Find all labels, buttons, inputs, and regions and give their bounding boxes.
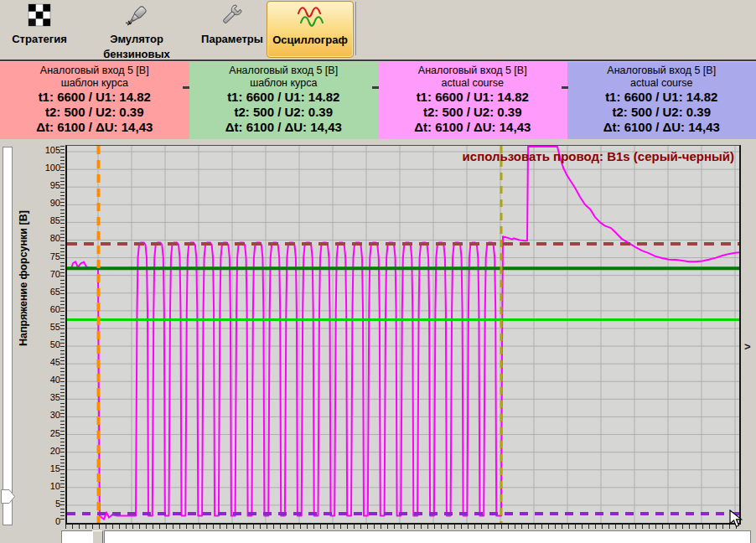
y-tick-label: 35 — [0, 392, 60, 403]
panel-subtitle: actual course — [567, 77, 756, 90]
y-tick-label: 45 — [0, 357, 60, 368]
panel-splitter-grip[interactable] — [372, 86, 379, 89]
panel-actual-2: Аналоговый вход 5 [В] actual course t1: … — [567, 62, 756, 139]
x-scroll-value-box[interactable] — [61, 530, 93, 543]
panel-template-1: Аналоговый вход 5 [В] шаблон курса t1: 6… — [0, 62, 189, 139]
y-tick-label: 25 — [0, 428, 60, 439]
y-tick-label: 10 — [0, 481, 60, 492]
panel-splitter-grip[interactable] — [183, 86, 189, 89]
oscilloscope-waves-icon — [267, 4, 353, 31]
injector-voltage-waveform — [67, 147, 739, 520]
y-tick-label: 0 — [0, 516, 60, 527]
panel-title: Аналоговый вход 5 [В] — [567, 65, 756, 77]
y-axis-minor-ticks — [60, 146, 65, 521]
parameters-button-label: Параметры — [201, 33, 263, 45]
panel-t1-u1: t1: 6600 / U1: 14.82 — [0, 90, 189, 105]
horizontal-scrollbar-thumb[interactable] — [92, 530, 103, 543]
panel-splitter-grip[interactable] — [562, 86, 568, 89]
y-tick-label: 85 — [0, 215, 60, 226]
panel-dt-du: Δt: 6100 / ΔU: 14,43 — [567, 120, 756, 135]
wrench-icon — [198, 3, 267, 30]
panel-t2-u2: t2: 500 / U2: 0.39 — [189, 105, 379, 120]
panel-title: Аналоговый вход 5 [В] — [378, 65, 567, 77]
y-tick-label: 30 — [0, 410, 60, 421]
strategy-button[interactable]: Стратегия — [4, 1, 75, 56]
panel-t2-u2: t2: 500 / U2: 0.39 — [0, 105, 189, 120]
panel-title: Аналоговый вход 5 [В] — [0, 65, 189, 77]
panel-t2-u2: t2: 500 / U2: 0.39 — [378, 105, 567, 120]
oscilloscope-button[interactable]: Осциллограф — [267, 1, 354, 58]
panel-dt-du: Δt: 6100 / ΔU: 14,43 — [0, 120, 189, 135]
y-tick-label: 100 — [0, 163, 60, 173]
horizontal-scrollbar-track[interactable] — [104, 530, 751, 543]
y-tick-label: 55 — [0, 322, 60, 333]
parameters-button[interactable]: Параметры — [198, 1, 267, 56]
oscilloscope-app-window: Стратегия — [0, 0, 756, 543]
measurement-panels: Аналоговый вход 5 [В] шаблон курса t1: 6… — [0, 62, 756, 139]
y-tick-label: 95 — [0, 180, 60, 191]
y-tick-label: 65 — [0, 287, 60, 297]
panel-t1-u1: t1: 6600 / U1: 14.82 — [189, 90, 379, 105]
panel-subtitle: шаблон курса — [189, 77, 379, 90]
toolbar-underline — [0, 59, 756, 61]
x-axis-minor-ticks — [65, 525, 739, 529]
panel-dt-du: Δt: 6100 / ΔU: 14,43 — [378, 120, 567, 135]
y-tick-label: 40 — [0, 375, 60, 385]
checkered-flag-icon — [4, 3, 75, 30]
injector-emulator-button[interactable]: Эмулятор бензиновых форсунок — [77, 1, 196, 56]
y-tick-label: 15 — [0, 463, 60, 474]
y-tick-label: 80 — [0, 233, 60, 244]
fuel-injector-icon — [77, 3, 196, 30]
y-tick-label: 90 — [0, 198, 60, 209]
y-tick-label: 70 — [0, 269, 60, 280]
panel-actual-1: Аналоговый вход 5 [В] actual course t1: … — [378, 62, 567, 139]
oscilloscope-plot[interactable]: использовать провод: B1s (серый-черный) — [65, 145, 741, 525]
mouse-cursor-icon — [729, 509, 748, 530]
toolbar-separator — [355, 2, 356, 55]
toolbar: Стратегия — [0, 0, 756, 59]
panel-t1-u1: t1: 6600 / U1: 14.82 — [567, 90, 756, 105]
oscilloscope-button-label: Осциллограф — [272, 34, 348, 46]
chevron-right-icon[interactable]: > — [744, 340, 751, 353]
y-tick-label: 75 — [0, 251, 60, 262]
panel-title: Аналоговый вход 5 [В] — [189, 65, 379, 77]
y-tick-label: 60 — [0, 304, 60, 315]
y-tick-label: 50 — [0, 339, 60, 350]
strategy-button-label: Стратегия — [12, 33, 67, 45]
wire-annotation: использовать провод: B1s (серый-черный) — [463, 149, 734, 163]
panel-t1-u1: t1: 6600 / U1: 14.82 — [378, 90, 567, 105]
oscilloscope-chart-region: Напряжение форсунки [В] 0510152025303540… — [0, 141, 756, 543]
panel-subtitle: шаблон курса — [0, 77, 189, 90]
panel-template-2: Аналоговый вход 5 [В] шаблон курса t1: 6… — [189, 62, 379, 139]
panel-t2-u2: t2: 500 / U2: 0.39 — [567, 105, 756, 120]
panel-dt-du: Δt: 6100 / ΔU: 14,43 — [189, 120, 379, 135]
y-tick-label: 20 — [0, 446, 60, 457]
y-tick-label: 105 — [0, 145, 60, 156]
panel-subtitle: actual course — [378, 77, 567, 90]
y-tick-label: 5 — [0, 499, 60, 509]
